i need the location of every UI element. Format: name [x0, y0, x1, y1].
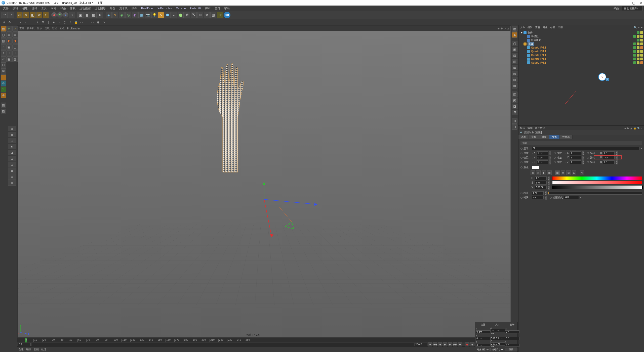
- hair[interactable]: ≋: [204, 12, 210, 18]
- vst2[interactable]: ▣: [512, 47, 517, 52]
- vpmenu-过滤[interactable]: 过滤: [52, 27, 57, 30]
- make-editable[interactable]: ✚: [6, 26, 12, 32]
- menu-插件[interactable]: 插件: [130, 6, 139, 11]
- menu-选择[interactable]: 选择: [30, 6, 39, 11]
- menu-工具[interactable]: 工具: [40, 6, 48, 11]
- attr-nav-fwd-icon[interactable]: ▶: [627, 127, 629, 129]
- coord-obj-mode[interactable]: 对象 (相对): [476, 348, 490, 351]
- sculpt-tool9[interactable]: ▤: [8, 174, 16, 180]
- tree-row[interactable]: 细分曲面: [519, 38, 643, 42]
- sculpt-tool7[interactable]: ⊟: [8, 162, 16, 167]
- attr-tabs[interactable]: 基本坐标对象变换效果器: [518, 135, 644, 139]
- sculpt[interactable]: ⛏: [191, 12, 197, 18]
- attr-tab-变换[interactable]: 变换: [549, 135, 560, 139]
- next-frame-button[interactable]: ▶: [448, 342, 452, 346]
- qr-button[interactable]: QR: [224, 12, 230, 18]
- matmenu-纹理[interactable]: 纹理: [41, 348, 46, 351]
- menu-Redshift[interactable]: Redshift: [188, 6, 203, 11]
- tree-row[interactable]: Quartz FM.1: [519, 50, 643, 53]
- tex-mode2[interactable]: ▨: [1, 109, 6, 114]
- sculpt-tool8[interactable]: ▦: [8, 168, 16, 173]
- vst11[interactable]: ◪: [512, 104, 517, 109]
- undo-button[interactable]: ↶: [2, 12, 8, 18]
- menu-网格[interactable]: 网格: [49, 6, 58, 11]
- om-search-icon[interactable]: 🔍: [634, 26, 637, 29]
- matmenu-功能[interactable]: 功能: [34, 348, 39, 351]
- rotate-tool[interactable]: ⟳: [36, 12, 42, 18]
- color-eyedropper-icon[interactable]: ✎: [580, 170, 584, 175]
- coord-toggle[interactable]: ⌖: [69, 12, 75, 18]
- light[interactable]: 💡: [151, 12, 157, 18]
- model-mode[interactable]: ▦: [1, 26, 6, 32]
- attrmenu-模式[interactable]: 模式: [520, 126, 525, 130]
- menu-RealFlow[interactable]: RealFlow: [140, 6, 155, 11]
- vp-nav4-icon[interactable]: ⊡: [507, 27, 509, 30]
- attr-tab-坐标[interactable]: 坐标: [529, 135, 539, 139]
- snap-s[interactable]: S: [1, 86, 6, 92]
- tree-row[interactable]: Quartz FM.1: [519, 46, 643, 50]
- sculpt-tool3[interactable]: ◫: [8, 138, 16, 143]
- V-slider[interactable]: [552, 186, 642, 189]
- vst9[interactable]: ◫: [512, 92, 517, 97]
- record-button[interactable]: ●: [465, 342, 469, 346]
- render-settings[interactable]: ⚙: [97, 12, 103, 18]
- matmenu-创建[interactable]: 创建: [19, 348, 24, 351]
- sculpt-tool1[interactable]: ▨: [8, 126, 16, 131]
- goto-end-button[interactable]: ⏭: [458, 342, 462, 346]
- vst8[interactable]: ▩: [512, 83, 517, 89]
- recent-tool[interactable]: ✦: [43, 12, 49, 18]
- vpmenu-查看[interactable]: 查看: [19, 27, 24, 30]
- environment[interactable]: ▦: [138, 12, 144, 18]
- menu-帮助[interactable]: 帮助: [223, 6, 231, 11]
- snap-toggle[interactable]: ⊙: [7, 20, 12, 25]
- select-tool[interactable]: ▭: [17, 12, 23, 18]
- colormode-picker-icon[interactable]: ◨: [547, 170, 552, 175]
- vst3[interactable]: ▤: [512, 53, 517, 58]
- vpmenu-摄像机[interactable]: 摄像机: [27, 27, 34, 30]
- prev-key-button[interactable]: ◀◀: [433, 342, 437, 346]
- attrmenu-编辑[interactable]: 编辑: [528, 126, 533, 130]
- camera[interactable]: 📷: [145, 12, 151, 18]
- attrmenu-用户数据[interactable]: 用户数据: [535, 126, 545, 130]
- snap-midpoint[interactable]: ○: [62, 20, 67, 25]
- vst14[interactable]: ⊟: [512, 124, 517, 130]
- fx-icon[interactable]: fx: [101, 20, 106, 25]
- locked-wp[interactable]: ⊛: [1, 93, 6, 98]
- display-select[interactable]: 无: [532, 147, 640, 150]
- sel-fill[interactable]: ▦: [6, 56, 12, 62]
- animmode-select[interactable]: 播放: [564, 196, 579, 199]
- vp-nav1-icon[interactable]: ⊕: [497, 27, 499, 30]
- vp-nav2-icon[interactable]: ✥: [501, 27, 503, 30]
- snap-grid[interactable]: ⊞: [40, 20, 45, 25]
- generator-subdiv[interactable]: ◉: [119, 12, 125, 18]
- texture-mode[interactable]: ▨: [1, 38, 6, 44]
- tex-axis[interactable]: ▦: [1, 103, 6, 108]
- vst4[interactable]: ▥: [512, 59, 517, 64]
- timeline[interactable]: 0102030405060708090100110120130140150160…: [17, 338, 518, 346]
- colormode-wheel-icon[interactable]: ◉: [531, 170, 535, 175]
- coord-apply-button[interactable]: 应用: [505, 348, 517, 351]
- vst10[interactable]: ◩: [512, 98, 517, 103]
- vpmenu-面板[interactable]: 面板: [60, 27, 65, 30]
- play-button[interactable]: ▶: [443, 342, 447, 346]
- snap-guide[interactable]: │: [46, 20, 51, 25]
- axis-mode[interactable]: L: [1, 74, 6, 80]
- generator-array[interactable]: ◎: [125, 12, 131, 18]
- vst12[interactable]: ⊡: [512, 110, 517, 115]
- menu-Octane[interactable]: Octane: [174, 6, 187, 11]
- vp-nav3-icon[interactable]: ⟳: [504, 27, 506, 30]
- minimize-button[interactable]: —: [624, 1, 628, 5]
- motiontracker[interactable]: ⊞: [197, 12, 203, 18]
- attr-tab-对象[interactable]: 对象: [539, 135, 549, 139]
- snap-workplane[interactable]: ◈: [51, 20, 56, 25]
- S-slider[interactable]: [552, 181, 642, 184]
- goto-start-button[interactable]: ⏮: [428, 342, 432, 346]
- menu-窗口[interactable]: 窗口: [213, 6, 222, 11]
- convert-icon[interactable]: ⬇: [2, 20, 7, 25]
- viewport-solo[interactable]: ⊙: [1, 80, 6, 86]
- soft-select[interactable]: ◉: [96, 20, 101, 25]
- menu-样条[interactable]: 样条: [59, 6, 67, 11]
- workplane-z[interactable]: ▭: [90, 20, 95, 25]
- matmenu-编辑[interactable]: 编辑: [26, 348, 31, 351]
- ime-badge[interactable]: 🦌: [598, 73, 606, 81]
